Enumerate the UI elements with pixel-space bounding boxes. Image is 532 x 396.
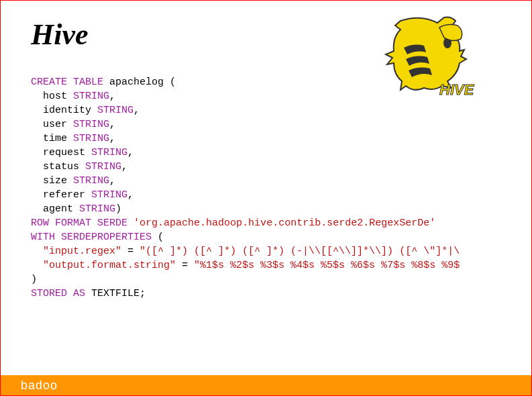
col-user: user (43, 119, 67, 130)
comma: , (109, 175, 115, 187)
input-regex-key: "input.regex" (43, 246, 121, 257)
comma: , (134, 105, 140, 116)
col-agent: agent (43, 203, 73, 215)
kw-textfile: TEXTFILE; (91, 288, 146, 299)
comma: , (127, 189, 134, 201)
comma: , (121, 161, 127, 172)
col-time: time (43, 133, 67, 144)
type: STRING (85, 161, 121, 172)
comma: , (109, 119, 115, 130)
table-name: apachelog ( (109, 77, 176, 88)
kw-serdeprops: SERDEPROPERTIES (61, 232, 152, 243)
type: STRING (91, 189, 127, 201)
badoo-logo: badoo (21, 379, 58, 393)
paren: ) (115, 203, 121, 215)
type: STRING (73, 175, 109, 187)
type: STRING (73, 119, 109, 130)
hive-logo: HIVE (380, 11, 488, 105)
sql-code-block: CREATE TABLE apachelog ( host STRING, id… (31, 75, 501, 301)
eq: = (176, 260, 194, 271)
type: STRING (97, 105, 134, 116)
type: STRING (79, 203, 115, 215)
eq: = (121, 246, 140, 257)
svg-text:HIVE: HIVE (439, 81, 475, 98)
type: STRING (73, 91, 109, 102)
kw-create: CREATE TABLE (31, 77, 103, 88)
col-referer: referer (43, 189, 85, 201)
comma: , (109, 91, 115, 102)
col-status: status (43, 161, 79, 172)
kw-row: ROW (31, 217, 49, 229)
footer-bar: badoo (1, 375, 531, 395)
comma: , (109, 133, 115, 144)
col-identity: identity (43, 105, 91, 116)
output-key: "output.format.string" (43, 260, 176, 271)
col-host: host (43, 91, 67, 102)
col-size: size (43, 175, 67, 187)
paren: ( (158, 232, 164, 243)
serde-class: 'org.apache.hadoop.hive.contrib.serde2.R… (134, 217, 435, 229)
col-request: request (43, 147, 85, 158)
kw-with: WITH (31, 232, 55, 243)
kw-as: AS (73, 288, 85, 299)
input-regex-val: "([^ ]*) ([^ ]*) ([^ ]*) (-|\\[[^\\]]*\\… (140, 246, 460, 257)
kw-stored: STORED (31, 288, 67, 299)
type: STRING (91, 147, 127, 158)
kw-serde: SERDE (97, 217, 127, 229)
kw-format: FORMAT (55, 217, 91, 229)
type: STRING (73, 133, 109, 144)
output-val: "%1$s %2$s %3$s %4$s %5$s %6$s %7$s %8$s… (194, 260, 460, 271)
comma: , (127, 147, 134, 158)
paren: ) (31, 274, 37, 285)
